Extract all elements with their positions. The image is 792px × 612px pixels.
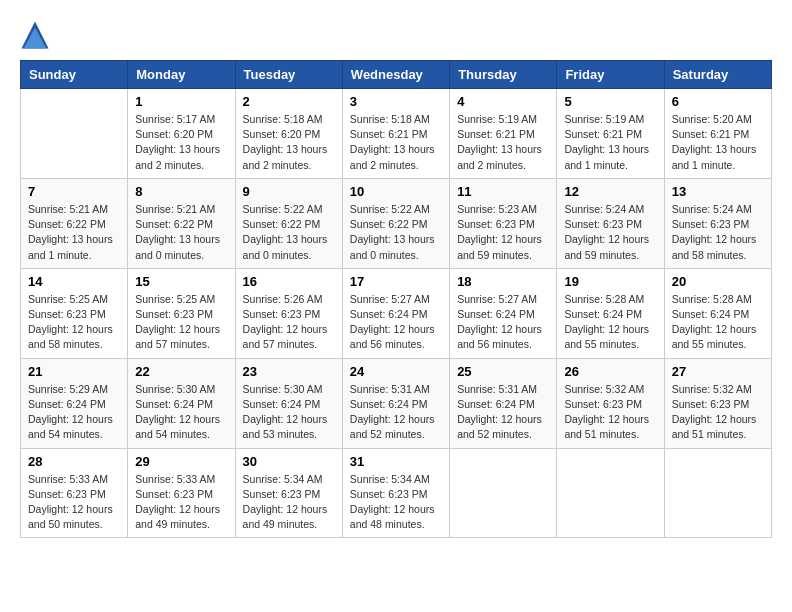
day-info: Sunrise: 5:31 AM Sunset: 6:24 PM Dayligh… (457, 382, 549, 443)
header-cell-friday: Friday (557, 61, 664, 89)
day-info: Sunrise: 5:20 AM Sunset: 6:21 PM Dayligh… (672, 112, 764, 173)
calendar-cell: 11Sunrise: 5:23 AM Sunset: 6:23 PM Dayli… (450, 178, 557, 268)
day-info: Sunrise: 5:17 AM Sunset: 6:20 PM Dayligh… (135, 112, 227, 173)
calendar-cell: 30Sunrise: 5:34 AM Sunset: 6:23 PM Dayli… (235, 448, 342, 538)
header-cell-monday: Monday (128, 61, 235, 89)
header-cell-saturday: Saturday (664, 61, 771, 89)
calendar-cell: 31Sunrise: 5:34 AM Sunset: 6:23 PM Dayli… (342, 448, 449, 538)
calendar-cell: 19Sunrise: 5:28 AM Sunset: 6:24 PM Dayli… (557, 268, 664, 358)
day-number: 17 (350, 274, 442, 289)
week-row-4: 21Sunrise: 5:29 AM Sunset: 6:24 PM Dayli… (21, 358, 772, 448)
day-info: Sunrise: 5:21 AM Sunset: 6:22 PM Dayligh… (28, 202, 120, 263)
calendar-cell (557, 448, 664, 538)
day-number: 3 (350, 94, 442, 109)
header-cell-thursday: Thursday (450, 61, 557, 89)
calendar-cell: 7Sunrise: 5:21 AM Sunset: 6:22 PM Daylig… (21, 178, 128, 268)
day-number: 1 (135, 94, 227, 109)
day-info: Sunrise: 5:19 AM Sunset: 6:21 PM Dayligh… (457, 112, 549, 173)
day-number: 20 (672, 274, 764, 289)
day-number: 10 (350, 184, 442, 199)
day-number: 26 (564, 364, 656, 379)
week-row-3: 14Sunrise: 5:25 AM Sunset: 6:23 PM Dayli… (21, 268, 772, 358)
calendar-cell: 12Sunrise: 5:24 AM Sunset: 6:23 PM Dayli… (557, 178, 664, 268)
day-info: Sunrise: 5:28 AM Sunset: 6:24 PM Dayligh… (672, 292, 764, 353)
day-info: Sunrise: 5:31 AM Sunset: 6:24 PM Dayligh… (350, 382, 442, 443)
calendar-header: SundayMondayTuesdayWednesdayThursdayFrid… (21, 61, 772, 89)
day-number: 27 (672, 364, 764, 379)
day-info: Sunrise: 5:33 AM Sunset: 6:23 PM Dayligh… (28, 472, 120, 533)
calendar-table: SundayMondayTuesdayWednesdayThursdayFrid… (20, 60, 772, 538)
day-number: 9 (243, 184, 335, 199)
calendar-cell: 22Sunrise: 5:30 AM Sunset: 6:24 PM Dayli… (128, 358, 235, 448)
calendar-cell: 21Sunrise: 5:29 AM Sunset: 6:24 PM Dayli… (21, 358, 128, 448)
calendar-cell: 24Sunrise: 5:31 AM Sunset: 6:24 PM Dayli… (342, 358, 449, 448)
calendar-cell: 4Sunrise: 5:19 AM Sunset: 6:21 PM Daylig… (450, 89, 557, 179)
calendar-cell: 5Sunrise: 5:19 AM Sunset: 6:21 PM Daylig… (557, 89, 664, 179)
calendar-cell: 1Sunrise: 5:17 AM Sunset: 6:20 PM Daylig… (128, 89, 235, 179)
day-info: Sunrise: 5:28 AM Sunset: 6:24 PM Dayligh… (564, 292, 656, 353)
calendar-cell (21, 89, 128, 179)
calendar-cell (664, 448, 771, 538)
day-info: Sunrise: 5:26 AM Sunset: 6:23 PM Dayligh… (243, 292, 335, 353)
day-number: 4 (457, 94, 549, 109)
calendar-cell: 20Sunrise: 5:28 AM Sunset: 6:24 PM Dayli… (664, 268, 771, 358)
calendar-cell: 9Sunrise: 5:22 AM Sunset: 6:22 PM Daylig… (235, 178, 342, 268)
header-cell-wednesday: Wednesday (342, 61, 449, 89)
header (20, 20, 772, 50)
day-number: 18 (457, 274, 549, 289)
calendar-cell (450, 448, 557, 538)
day-number: 31 (350, 454, 442, 469)
day-number: 11 (457, 184, 549, 199)
calendar-cell: 27Sunrise: 5:32 AM Sunset: 6:23 PM Dayli… (664, 358, 771, 448)
day-number: 21 (28, 364, 120, 379)
day-number: 6 (672, 94, 764, 109)
day-info: Sunrise: 5:34 AM Sunset: 6:23 PM Dayligh… (243, 472, 335, 533)
calendar-cell: 15Sunrise: 5:25 AM Sunset: 6:23 PM Dayli… (128, 268, 235, 358)
header-cell-sunday: Sunday (21, 61, 128, 89)
day-info: Sunrise: 5:25 AM Sunset: 6:23 PM Dayligh… (135, 292, 227, 353)
calendar-cell: 16Sunrise: 5:26 AM Sunset: 6:23 PM Dayli… (235, 268, 342, 358)
day-number: 19 (564, 274, 656, 289)
calendar-cell: 25Sunrise: 5:31 AM Sunset: 6:24 PM Dayli… (450, 358, 557, 448)
day-info: Sunrise: 5:24 AM Sunset: 6:23 PM Dayligh… (564, 202, 656, 263)
calendar-cell: 3Sunrise: 5:18 AM Sunset: 6:21 PM Daylig… (342, 89, 449, 179)
calendar-cell: 29Sunrise: 5:33 AM Sunset: 6:23 PM Dayli… (128, 448, 235, 538)
day-number: 29 (135, 454, 227, 469)
week-row-5: 28Sunrise: 5:33 AM Sunset: 6:23 PM Dayli… (21, 448, 772, 538)
calendar-cell: 8Sunrise: 5:21 AM Sunset: 6:22 PM Daylig… (128, 178, 235, 268)
day-info: Sunrise: 5:32 AM Sunset: 6:23 PM Dayligh… (564, 382, 656, 443)
week-row-1: 1Sunrise: 5:17 AM Sunset: 6:20 PM Daylig… (21, 89, 772, 179)
header-cell-tuesday: Tuesday (235, 61, 342, 89)
day-info: Sunrise: 5:18 AM Sunset: 6:21 PM Dayligh… (350, 112, 442, 173)
calendar-cell: 18Sunrise: 5:27 AM Sunset: 6:24 PM Dayli… (450, 268, 557, 358)
day-info: Sunrise: 5:29 AM Sunset: 6:24 PM Dayligh… (28, 382, 120, 443)
calendar-cell: 23Sunrise: 5:30 AM Sunset: 6:24 PM Dayli… (235, 358, 342, 448)
day-number: 5 (564, 94, 656, 109)
day-number: 16 (243, 274, 335, 289)
day-number: 28 (28, 454, 120, 469)
calendar-cell: 14Sunrise: 5:25 AM Sunset: 6:23 PM Dayli… (21, 268, 128, 358)
day-info: Sunrise: 5:18 AM Sunset: 6:20 PM Dayligh… (243, 112, 335, 173)
logo-icon (20, 20, 50, 50)
day-number: 25 (457, 364, 549, 379)
day-number: 14 (28, 274, 120, 289)
day-info: Sunrise: 5:30 AM Sunset: 6:24 PM Dayligh… (135, 382, 227, 443)
day-info: Sunrise: 5:19 AM Sunset: 6:21 PM Dayligh… (564, 112, 656, 173)
logo (20, 20, 54, 50)
day-number: 23 (243, 364, 335, 379)
day-number: 24 (350, 364, 442, 379)
day-info: Sunrise: 5:22 AM Sunset: 6:22 PM Dayligh… (350, 202, 442, 263)
calendar-cell: 10Sunrise: 5:22 AM Sunset: 6:22 PM Dayli… (342, 178, 449, 268)
calendar-body: 1Sunrise: 5:17 AM Sunset: 6:20 PM Daylig… (21, 89, 772, 538)
calendar-cell: 26Sunrise: 5:32 AM Sunset: 6:23 PM Dayli… (557, 358, 664, 448)
header-row: SundayMondayTuesdayWednesdayThursdayFrid… (21, 61, 772, 89)
calendar-cell: 17Sunrise: 5:27 AM Sunset: 6:24 PM Dayli… (342, 268, 449, 358)
week-row-2: 7Sunrise: 5:21 AM Sunset: 6:22 PM Daylig… (21, 178, 772, 268)
day-info: Sunrise: 5:30 AM Sunset: 6:24 PM Dayligh… (243, 382, 335, 443)
day-info: Sunrise: 5:33 AM Sunset: 6:23 PM Dayligh… (135, 472, 227, 533)
calendar-cell: 2Sunrise: 5:18 AM Sunset: 6:20 PM Daylig… (235, 89, 342, 179)
day-info: Sunrise: 5:25 AM Sunset: 6:23 PM Dayligh… (28, 292, 120, 353)
day-info: Sunrise: 5:22 AM Sunset: 6:22 PM Dayligh… (243, 202, 335, 263)
day-info: Sunrise: 5:23 AM Sunset: 6:23 PM Dayligh… (457, 202, 549, 263)
day-info: Sunrise: 5:34 AM Sunset: 6:23 PM Dayligh… (350, 472, 442, 533)
